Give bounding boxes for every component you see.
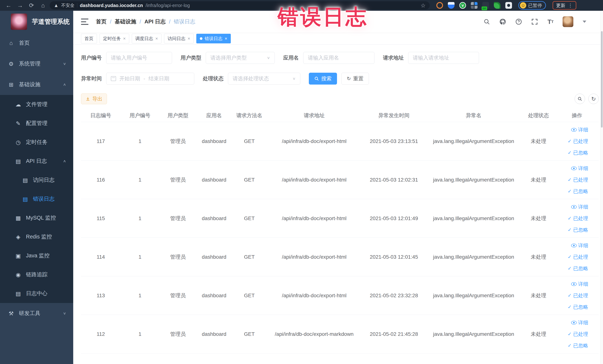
column-header: 异常发生时间 xyxy=(361,112,426,119)
sidebar-item-研发工具[interactable]: ⚒研发工具∨ xyxy=(0,303,73,324)
action-已处理[interactable]: ✓已处理 xyxy=(568,254,588,260)
extension-on-badge-icon[interactable] xyxy=(482,2,489,9)
action-已忽略[interactable]: ✓已忽略 xyxy=(568,188,588,195)
tab-定时任务[interactable]: 定时任务× xyxy=(100,34,129,43)
action-已处理[interactable]: ✓已处理 xyxy=(568,331,588,338)
sidebar-item-首页[interactable]: ⌂首页 xyxy=(0,33,73,53)
browser-reload-button[interactable]: ⟳ xyxy=(27,1,36,10)
action-label: 详细 xyxy=(578,281,588,287)
sidebar-logo[interactable]: 芋道管理系统 xyxy=(0,11,73,33)
fullscreen-icon[interactable] xyxy=(531,18,538,26)
browser-back-button[interactable]: ← xyxy=(4,1,13,10)
date-range-picker[interactable]: 开始日期 - 结束日期 xyxy=(106,73,194,84)
page-scrollbar[interactable] xyxy=(600,11,603,364)
action-已处理[interactable]: ✓已处理 xyxy=(568,176,588,183)
close-icon[interactable]: × xyxy=(123,36,126,41)
user-type-select[interactable]: 请选择用户类型 ∨ xyxy=(206,52,275,64)
action-已忽略[interactable]: ✓已忽略 xyxy=(568,227,588,233)
sidebar-item-配置管理[interactable]: ✎配置管理 xyxy=(0,114,73,133)
sidebar-item-Java-监控[interactable]: ▣Java 监控 xyxy=(0,246,73,265)
sidebar-item-MySQL-监控[interactable]: ▦MySQL 监控 xyxy=(0,208,73,227)
sidebar-collapse-icon[interactable] xyxy=(81,19,88,25)
action-详细[interactable]: 详细 xyxy=(571,204,588,210)
dev-tools-icon: ⚒ xyxy=(7,310,15,317)
avatar-caret-icon[interactable] xyxy=(583,21,586,23)
tab-调度日志[interactable]: 调度日志× xyxy=(132,34,162,43)
font-size-icon[interactable]: TT xyxy=(547,18,555,26)
browser-forward-button[interactable]: → xyxy=(15,1,25,10)
check-icon: ✓ xyxy=(568,227,572,233)
cell-app: dashboard xyxy=(197,177,232,183)
close-icon[interactable]: × xyxy=(188,36,190,41)
breadcrumb: 首页/基础设施/API 日志/错误日志 xyxy=(96,18,195,25)
check-icon: ✓ xyxy=(568,150,572,156)
breadcrumb-item[interactable]: API 日志 xyxy=(144,18,165,25)
toggle-search-button[interactable] xyxy=(575,94,585,104)
github-icon[interactable] xyxy=(499,18,507,26)
extension-orange-icon[interactable] xyxy=(436,2,443,9)
action-已处理[interactable]: ✓已处理 xyxy=(568,215,588,222)
tab-首页[interactable]: 首页 xyxy=(81,34,97,43)
browser-home-button[interactable]: ⌂ xyxy=(38,1,48,10)
browser-update-button[interactable]: 更新 ⋮ xyxy=(553,1,576,10)
sidebar-item-访问日志[interactable]: ▤访问日志 xyxy=(0,171,73,189)
action-已处理[interactable]: ✓已处理 xyxy=(568,292,588,299)
app-name-input[interactable] xyxy=(308,55,370,61)
action-已忽略[interactable]: ✓已忽略 xyxy=(568,150,588,156)
column-header: 操作 xyxy=(556,112,598,119)
calendar-icon xyxy=(111,76,116,81)
sidebar-item-链路追踪[interactable]: ◉链路追踪 xyxy=(0,265,73,284)
close-icon[interactable]: × xyxy=(225,36,227,41)
tab-访问日志[interactable]: 访问日志× xyxy=(164,34,194,43)
search-button[interactable]: 搜索 xyxy=(309,73,337,84)
action-已忽略[interactable]: ✓已忽略 xyxy=(568,304,588,310)
sidebar-item-系统管理[interactable]: ⚙系统管理∨ xyxy=(0,53,73,74)
user-id-input[interactable] xyxy=(111,55,167,61)
action-已处理[interactable]: ✓已处理 xyxy=(568,138,588,145)
cell-time: 2021-05-02 21:45:28 xyxy=(361,331,426,337)
profile-paused-badge[interactable]: ☺ 已暂停 xyxy=(518,1,546,10)
tab-label: 首页 xyxy=(84,35,93,42)
help-icon[interactable] xyxy=(515,18,522,26)
sidebar-item-基础设施[interactable]: ⊞基础设施∧ xyxy=(0,74,73,95)
export-button[interactable]: 导出 xyxy=(81,94,107,104)
extension-leaf-icon[interactable] xyxy=(494,2,500,9)
action-label: 详细 xyxy=(578,319,588,326)
action-详细[interactable]: 详细 xyxy=(571,281,588,287)
action-详细[interactable]: 详细 xyxy=(571,127,588,133)
sidebar-item-API-日志[interactable]: ▤API 日志∧ xyxy=(0,152,73,171)
request-url-input[interactable] xyxy=(413,55,474,61)
sidebar-item-Redis-监控[interactable]: ◈Redis 监控 xyxy=(0,227,73,246)
sidebar-item-定时任务[interactable]: ◷定时任务 xyxy=(0,133,73,152)
action-详细[interactable]: 详细 xyxy=(571,242,588,249)
browser-menu-icon[interactable]: ⋮ xyxy=(568,3,573,8)
user-avatar[interactable] xyxy=(563,16,573,27)
action-已忽略[interactable]: ✓已忽略 xyxy=(568,265,588,272)
sidebar-item-文件管理[interactable]: ☁文件管理 xyxy=(0,95,73,114)
refresh-table-button[interactable]: ↻ xyxy=(588,94,599,104)
chevron-down-icon: ∨ xyxy=(63,311,66,316)
chevron-down-icon: ∨ xyxy=(292,77,296,81)
eye-icon xyxy=(571,282,577,286)
reset-button[interactable]: ↻ 重置 xyxy=(341,73,369,84)
breadcrumb-item[interactable]: 错误日志 xyxy=(174,18,195,25)
sidebar-item-错误日志[interactable]: ▤错误日志 xyxy=(0,189,73,208)
tab-错误日志[interactable]: 错误日志× xyxy=(196,34,231,43)
close-icon[interactable]: × xyxy=(155,36,158,41)
scrollbar-thumb[interactable] xyxy=(601,31,603,128)
breadcrumb-item[interactable]: 首页 xyxy=(96,18,107,25)
search-icon xyxy=(314,76,319,81)
process-status-select[interactable]: 请选择处理状态 ∨ xyxy=(228,73,300,84)
action-已忽略[interactable]: ✓已忽略 xyxy=(568,342,588,349)
action-详细[interactable]: 详细 xyxy=(571,319,588,326)
action-详细[interactable]: 详细 xyxy=(571,165,588,172)
sidebar-item-日志中心[interactable]: ▤日志中心 xyxy=(0,284,73,303)
breadcrumb-item[interactable]: 基础设施 xyxy=(115,18,136,25)
bookmark-star-icon[interactable]: ☆ xyxy=(421,2,426,9)
search-icon[interactable] xyxy=(483,18,491,26)
extension-green-icon[interactable]: v xyxy=(459,2,466,9)
extension-grid-icon[interactable] xyxy=(471,2,477,9)
extension-shield-icon[interactable] xyxy=(448,2,454,9)
extensions-puzzle-icon[interactable] xyxy=(505,2,512,9)
address-bar[interactable]: ▲ 不安全 dashboard.yudao.iocoder.cn/infra/l… xyxy=(50,1,430,10)
